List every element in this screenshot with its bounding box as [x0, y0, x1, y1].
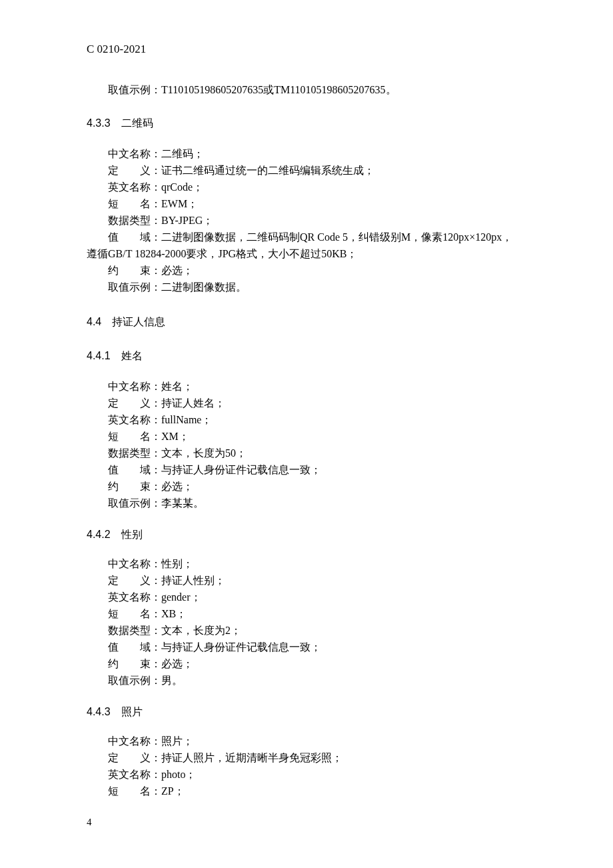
heading-4-3-3: 4.3.3 二维码 — [87, 117, 526, 131]
field-value-domain: 值 域：与持证人身份证件记载信息一致； — [87, 639, 526, 655]
field-en-name: 英文名称：gender； — [87, 589, 526, 605]
definition-block-qrcode: 中文名称：二维码； 定 义：证书二维码通过统一的二维码编辑系统生成； 英文名称：… — [87, 145, 526, 295]
field-example: 取值示例：二进制图像数据。 — [87, 279, 526, 295]
field-constraint: 约 束：必选； — [87, 478, 526, 495]
field-example: 取值示例：男。 — [87, 672, 526, 689]
field-en-name: 英文名称：fullName； — [87, 411, 526, 428]
field-en-name: 英文名称：photo； — [87, 766, 526, 783]
document-header-code: C 0210-2021 — [87, 43, 526, 56]
field-definition: 定 义：证书二维码通过统一的二维码编辑系统生成； — [87, 162, 526, 179]
field-cn-name: 中文名称：二维码； — [87, 145, 526, 162]
field-constraint: 约 束：必选； — [87, 262, 526, 279]
heading-4-4-3: 4.4.3 照片 — [87, 705, 526, 719]
field-constraint: 约 束：必选； — [87, 655, 526, 672]
field-definition: 定 义：持证人姓名； — [87, 395, 526, 411]
field-data-type: 数据类型：文本，长度为2； — [87, 622, 526, 639]
field-short-name: 短 名：XM； — [87, 428, 526, 445]
field-data-type: 数据类型：BY-JPEG； — [87, 212, 526, 229]
field-short-name: 短 名：XB； — [87, 605, 526, 622]
page-number: 4 — [87, 817, 92, 828]
field-cn-name: 中文名称：性别； — [87, 555, 526, 572]
definition-block-name: 中文名称：姓名； 定 义：持证人姓名； 英文名称：fullName； 短 名：X… — [87, 378, 526, 511]
field-short-name: 短 名：EWM； — [87, 195, 526, 212]
intro-example-line: 取值示例：T110105198605207635或TM1101051986052… — [87, 81, 526, 98]
field-value-domain-line2: 遵循GB/T 18284-2000要求，JPG格式，大小不超过50KB； — [87, 245, 526, 262]
heading-4-4-1: 4.4.1 姓名 — [87, 349, 526, 363]
definition-block-photo: 中文名称：照片； 定 义：持证人照片，近期清晰半身免冠彩照； 英文名称：phot… — [87, 733, 526, 799]
field-data-type: 数据类型：文本，长度为50； — [87, 445, 526, 461]
heading-4-4: 4.4 持证人信息 — [87, 315, 526, 329]
heading-4-4-2: 4.4.2 性别 — [87, 528, 526, 542]
field-short-name: 短 名：ZP； — [87, 783, 526, 799]
document-page: C 0210-2021 取值示例：T110105198605207635或TM1… — [0, 0, 613, 799]
field-en-name: 英文名称：qrCode； — [87, 179, 526, 195]
field-definition: 定 义：持证人性别； — [87, 572, 526, 589]
definition-block-gender: 中文名称：性别； 定 义：持证人性别； 英文名称：gender； 短 名：XB；… — [87, 555, 526, 689]
field-cn-name: 中文名称：照片； — [87, 733, 526, 749]
field-definition: 定 义：持证人照片，近期清晰半身免冠彩照； — [87, 749, 526, 766]
field-value-domain: 值 域：与持证人身份证件记载信息一致； — [87, 461, 526, 478]
field-cn-name: 中文名称：姓名； — [87, 378, 526, 395]
field-example: 取值示例：李某某。 — [87, 495, 526, 511]
field-value-domain-line1: 值 域：二进制图像数据，二维码码制QR Code 5，纠错级别M，像素120px… — [87, 229, 526, 245]
